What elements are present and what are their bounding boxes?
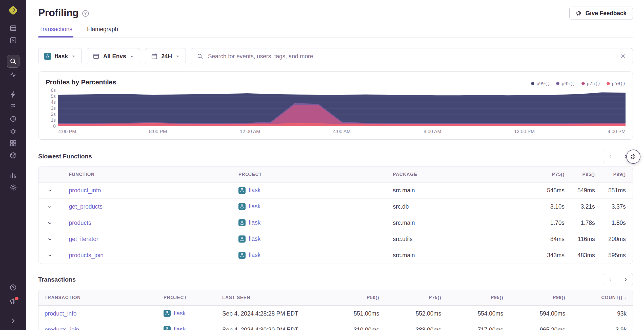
sidebar-item-stats[interactable] [7, 170, 19, 180]
expand-row-button[interactable] [46, 203, 54, 211]
previous-page-button[interactable] [603, 273, 618, 286]
chevron-down-icon [47, 253, 53, 258]
legend-item[interactable]: p99() [531, 81, 550, 86]
function-link[interactable]: get_iterator [69, 236, 98, 242]
function-link[interactable]: products [69, 219, 91, 226]
x-axis-tick: 4:00 PM [58, 129, 76, 134]
tab-transactions[interactable]: Transactions [38, 26, 73, 37]
sidebar-item-projects[interactable] [7, 35, 19, 45]
column-package: PACKAGE [385, 167, 534, 182]
chevron-down-icon [47, 236, 53, 242]
project-link[interactable]: flask [249, 219, 260, 226]
transaction-link[interactable]: product_info [45, 310, 77, 317]
package-cell: src.main [385, 247, 534, 264]
sentry-logo[interactable] [7, 5, 19, 17]
y-axis-tick: 0 [53, 124, 56, 129]
sidebar-item-explore[interactable] [7, 55, 19, 68]
project-link[interactable]: flask [249, 252, 260, 259]
last-seen-cell: Sep 4, 2024 4:28:28 PM EDT [216, 305, 317, 322]
project-link[interactable]: flask [174, 326, 186, 330]
sidebar-item-feedback[interactable] [7, 102, 19, 112]
date-range-filter[interactable]: 24H [145, 48, 186, 64]
chevron-down-icon [130, 54, 134, 59]
sidebar-item-settings[interactable] [7, 182, 19, 192]
sidebar-item-crons[interactable] [7, 126, 19, 136]
column-count[interactable]: COUNT() ↓ [565, 290, 633, 306]
sort-desc-icon: ↓ [624, 295, 627, 300]
sidebar-item-releases[interactable] [7, 150, 19, 160]
sidebar-item-replays[interactable] [7, 114, 19, 124]
flask-project-icon [238, 187, 246, 194]
transaction-link[interactable]: products_join [45, 326, 79, 330]
project-link[interactable]: flask [249, 187, 260, 194]
project-filter[interactable]: flask [38, 48, 82, 64]
project-link[interactable]: flask [249, 203, 260, 210]
give-feedback-button[interactable]: Give Feedback [569, 7, 633, 20]
tab-flamegraph[interactable]: Flamegraph [86, 26, 119, 37]
question-circle-icon [9, 284, 17, 291]
column-p50: P50() [317, 290, 379, 306]
expand-row-button[interactable] [46, 186, 54, 195]
dashboard-blocks-icon [9, 139, 17, 147]
issues-icon [9, 24, 17, 32]
p99-cell: 3.37s [595, 199, 633, 215]
flask-project-icon [164, 326, 171, 330]
expand-row-button[interactable] [46, 235, 54, 244]
sidebar-item-whats-new[interactable] [7, 296, 19, 306]
column-last-seen: LAST SEEN [216, 290, 317, 306]
project-link[interactable]: flask [174, 310, 186, 317]
percentiles-chart [58, 90, 626, 126]
sidebar-item-issues[interactable] [7, 23, 19, 33]
chevron-down-icon [47, 188, 53, 193]
legend-item[interactable]: p50() [607, 81, 626, 86]
clear-search-button[interactable] [619, 52, 627, 60]
p99-cell: 594.00ms [503, 305, 565, 322]
replay-clock-icon [9, 115, 17, 123]
sidebar-item-dashboards[interactable] [7, 138, 19, 148]
legend-label: p95() [561, 81, 575, 86]
p99-cell: 1.80s [595, 215, 633, 231]
megaphone-icon [576, 10, 582, 16]
environment-filter[interactable]: All Envs [87, 48, 140, 64]
next-page-button[interactable] [618, 273, 633, 286]
bug-icon [9, 127, 17, 135]
column-function: FUNCTION [61, 167, 231, 182]
function-link[interactable]: product_info [69, 187, 101, 194]
flask-project-icon [238, 235, 246, 243]
projects-icon [9, 36, 17, 44]
chevron-down-icon [175, 54, 180, 59]
search-input[interactable] [207, 53, 615, 60]
expand-row-button[interactable] [46, 219, 54, 227]
legend-dot [531, 82, 534, 85]
table-row: products_join flask Sep 4, 2024 4:30:20 … [38, 322, 633, 330]
p95-cell: 116ms [565, 231, 595, 247]
sidebar-bottom [7, 282, 19, 326]
flask-project-icon [44, 53, 51, 60]
legend-item[interactable]: p95() [556, 81, 575, 86]
package-cell: src.main [385, 215, 534, 231]
megaphone-icon [630, 153, 637, 160]
project-link[interactable]: flask [249, 235, 260, 242]
p95-cell: 1.78s [565, 215, 595, 231]
legend-item[interactable]: p75() [581, 81, 600, 86]
sidebar-item-traces[interactable] [7, 70, 19, 80]
p75-cell: 545ms [534, 182, 565, 199]
function-link[interactable]: get_products [69, 203, 103, 210]
package-cell: src.utils [385, 231, 534, 247]
expand-row-button[interactable] [46, 251, 54, 260]
sidebar-item-help[interactable] [7, 282, 19, 292]
p95-cell: 717.00ms [441, 322, 503, 330]
sidebar-item-insights[interactable] [7, 89, 19, 100]
help-icon[interactable]: ? [82, 10, 89, 17]
flask-project-icon [164, 310, 171, 317]
transactions-table: TRANSACTION PROJECT LAST SEEN P50() P75(… [38, 290, 633, 330]
tab-bar: Transactions Flamegraph [38, 26, 633, 38]
column-p95: P95() [441, 290, 503, 306]
sidebar [0, 0, 26, 330]
previous-page-button[interactable] [603, 150, 618, 163]
percentiles-panel: Profiles by Percentiles p99()p95()p75()p… [38, 71, 633, 140]
search-icon [197, 53, 203, 60]
function-link[interactable]: products_join [69, 252, 104, 259]
sidebar-collapse-button[interactable] [7, 316, 19, 326]
floating-feedback-button[interactable] [626, 150, 640, 164]
